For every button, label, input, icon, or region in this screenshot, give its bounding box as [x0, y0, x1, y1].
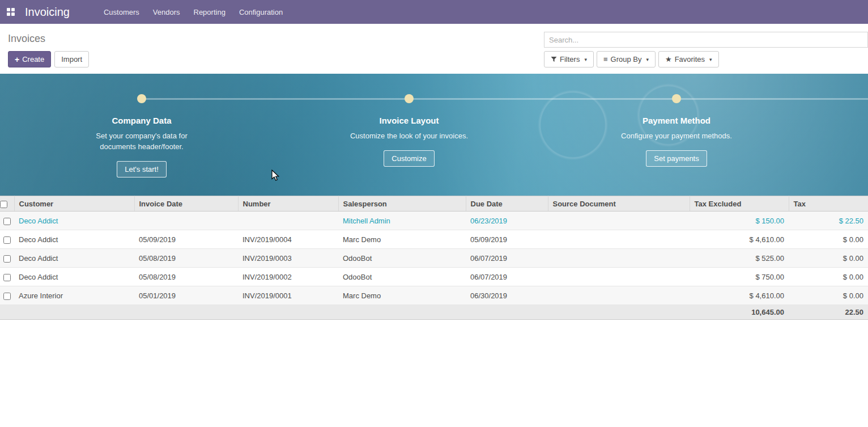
cell-customer: Deco Addict	[14, 249, 134, 268]
cell-tax-excluded: $ 525.00	[690, 249, 789, 268]
cell-source-document	[548, 286, 690, 305]
cell-tax-excluded: $ 150.00	[690, 212, 789, 230]
table-row[interactable]: Deco Addict 05/08/2019 INV/2019/0002 Odo…	[0, 268, 868, 286]
favorites-button[interactable]: ★ Favorites ▾	[658, 51, 719, 67]
chevron-down-icon: ▾	[709, 57, 712, 62]
menu-configuration[interactable]: Configuration	[232, 0, 290, 24]
create-button[interactable]: + Create	[8, 51, 51, 67]
chevron-down-icon: ▾	[646, 57, 649, 62]
cell-due-date: 06/23/2019	[466, 212, 548, 230]
cell-number: INV/2019/0001	[238, 286, 338, 305]
cell-due-date: 05/09/2019	[466, 230, 548, 249]
column-header-source-document[interactable]: Source Document	[548, 196, 690, 212]
row-checkbox[interactable]	[3, 274, 11, 281]
filters-button[interactable]: Filters ▾	[544, 51, 594, 67]
cell-due-date: 06/07/2019	[466, 268, 548, 286]
favorites-label: Favorites	[675, 55, 705, 64]
step-description: Customize the look of your invoices.	[350, 130, 468, 141]
chevron-down-icon: ▾	[584, 57, 587, 62]
cell-salesperson: OdooBot	[338, 268, 466, 286]
column-header-tax[interactable]: Tax	[789, 196, 868, 212]
cell-source-document	[548, 212, 690, 230]
row-checkbox[interactable]	[3, 293, 11, 300]
step-title: Company Data	[112, 116, 171, 125]
cell-invoice-date	[134, 212, 238, 230]
cell-tax: $ 0.00	[789, 230, 868, 249]
menu-vendors[interactable]: Vendors	[146, 0, 187, 24]
page-title: Invoices	[8, 32, 89, 45]
cell-invoice-date: 05/08/2019	[134, 249, 238, 268]
onboarding-step-invoice-layout: Invoice Layout Customize the look of you…	[324, 94, 494, 167]
cell-tax: $ 0.00	[789, 268, 868, 286]
table-row[interactable]: Deco Addict Mitchell Admin 06/23/2019 $ …	[0, 212, 868, 230]
row-checkbox[interactable]	[3, 236, 11, 244]
create-button-label: Create	[22, 55, 44, 64]
lets-start-button[interactable]: Let's start!	[117, 161, 167, 177]
table-row[interactable]: Azure Interior 05/01/2019 INV/2019/0001 …	[0, 286, 868, 305]
group-by-label: Group By	[611, 55, 642, 64]
cell-due-date: 06/07/2019	[466, 249, 548, 268]
column-header-salesperson[interactable]: Salesperson	[338, 196, 466, 212]
cell-customer: Deco Addict	[14, 268, 134, 286]
table-row[interactable]: Deco Addict 05/08/2019 INV/2019/0003 Odo…	[0, 249, 868, 268]
menu-reporting[interactable]: Reporting	[187, 0, 232, 24]
total-tax-excluded: 10,645.00	[690, 305, 789, 320]
row-checkbox[interactable]	[3, 218, 11, 225]
cell-customer: Deco Addict	[14, 212, 134, 230]
table-header-row: Customer Invoice Date Number Salesperson…	[0, 196, 868, 212]
cell-tax-excluded: $ 4,610.00	[690, 230, 789, 249]
invoices-table: Customer Invoice Date Number Salesperson…	[0, 196, 868, 320]
step-dot-icon	[672, 94, 681, 103]
onboarding-step-company-data: Company Data Set your company's data for…	[57, 94, 227, 177]
column-header-number[interactable]: Number	[238, 196, 338, 212]
import-button-label: Import	[61, 55, 82, 64]
cell-tax: $ 22.50	[789, 212, 868, 230]
select-all-checkbox[interactable]	[0, 201, 7, 208]
table-row[interactable]: Deco Addict 05/09/2019 INV/2019/0004 Mar…	[0, 230, 868, 249]
cell-invoice-date: 05/01/2019	[134, 286, 238, 305]
step-title: Invoice Layout	[379, 116, 439, 125]
import-button[interactable]: Import	[54, 51, 89, 67]
control-panel: Invoices + Create Import Filters ▾ ≡ Gro	[0, 24, 868, 74]
cell-tax-excluded: $ 4,610.00	[690, 286, 789, 305]
step-title: Payment Method	[643, 116, 710, 125]
cell-customer: Deco Addict	[14, 230, 134, 249]
onboarding-banner: Company Data Set your company's data for…	[0, 74, 868, 196]
apps-grid-icon	[7, 8, 15, 16]
step-description: Configure your payment methods.	[621, 130, 732, 141]
column-header-tax-excluded[interactable]: Tax Excluded	[690, 196, 789, 212]
plus-icon: +	[15, 56, 19, 64]
cell-salesperson: Marc Demo	[338, 230, 466, 249]
app-title[interactable]: Invoicing	[22, 6, 74, 19]
cell-due-date: 06/30/2019	[466, 286, 548, 305]
cell-salesperson: Marc Demo	[338, 286, 466, 305]
row-checkbox[interactable]	[3, 255, 11, 263]
cell-salesperson: OdooBot	[338, 249, 466, 268]
step-dot-icon	[405, 94, 414, 103]
cell-customer: Azure Interior	[14, 286, 134, 305]
cell-invoice-date: 05/08/2019	[134, 268, 238, 286]
menu-customers[interactable]: Customers	[97, 0, 146, 24]
total-tax: 22.50	[789, 305, 868, 320]
group-by-button[interactable]: ≡ Group By ▾	[597, 51, 656, 67]
navbar-menus: Customers Vendors Reporting Configuratio…	[97, 0, 290, 24]
search-input[interactable]	[544, 32, 868, 48]
cell-source-document	[548, 230, 690, 249]
step-description: Set your company's data for documents he…	[81, 130, 203, 152]
column-header-due-date[interactable]: Due Date	[466, 196, 548, 212]
cell-invoice-date: 05/09/2019	[134, 230, 238, 249]
set-payments-button[interactable]: Set payments	[646, 150, 707, 167]
cell-source-document	[548, 268, 690, 286]
table-totals-row: 10,645.00 22.50	[0, 305, 868, 320]
cell-number: INV/2019/0004	[238, 230, 338, 249]
customize-button[interactable]: Customize	[384, 150, 434, 167]
top-navbar: Invoicing Customers Vendors Reporting Co…	[0, 0, 868, 24]
column-header-invoice-date[interactable]: Invoice Date	[134, 196, 238, 212]
cell-number	[238, 212, 338, 230]
filters-label: Filters	[560, 55, 580, 64]
onboarding-step-payment-method: Payment Method Configure your payment me…	[592, 94, 761, 167]
cell-source-document	[548, 249, 690, 268]
column-header-customer[interactable]: Customer	[14, 196, 134, 212]
cell-salesperson: Mitchell Admin	[338, 212, 466, 230]
apps-menu-icon[interactable]	[0, 0, 22, 24]
